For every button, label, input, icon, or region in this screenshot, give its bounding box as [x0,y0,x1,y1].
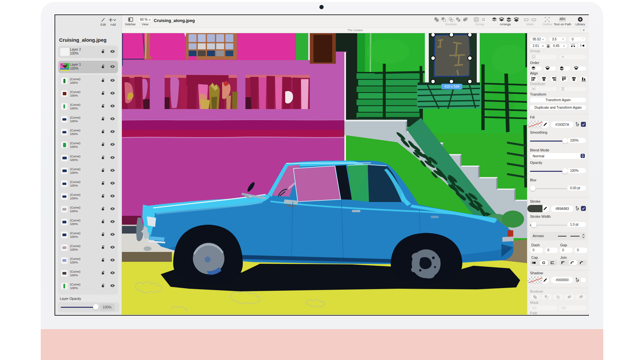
svg-text:A: A [546,18,548,21]
svg-text:abc: abc [559,17,565,21]
svg-text:410 x 534: 410 x 534 [444,84,459,88]
